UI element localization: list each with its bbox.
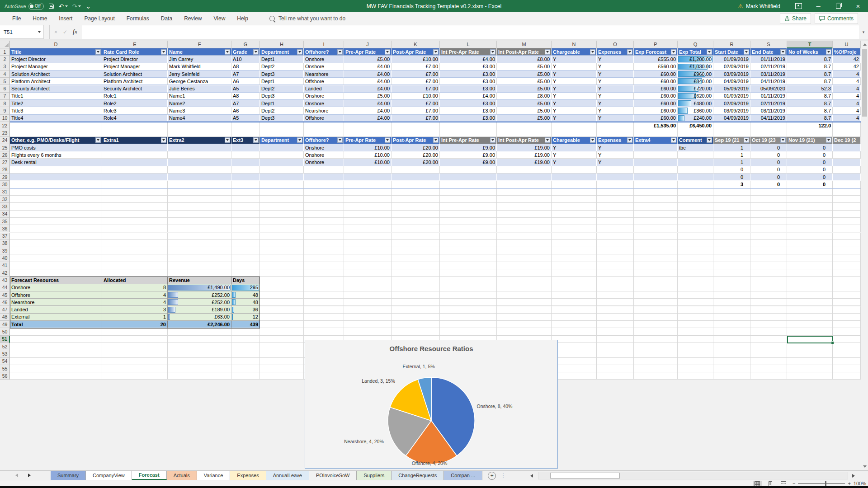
cell-N9[interactable]: Y <box>552 107 597 114</box>
cell-I27[interactable]: Onshore <box>304 159 344 166</box>
cell-Q9[interactable]: £360.00 <box>678 107 713 114</box>
cell-U31[interactable] <box>833 188 861 196</box>
cell-I3[interactable]: Onshore <box>304 63 344 70</box>
cell-S23[interactable] <box>750 129 787 136</box>
cell-N27[interactable]: Y <box>552 159 597 166</box>
column-header-D[interactable]: D <box>10 41 102 48</box>
cell-M33[interactable] <box>497 203 552 210</box>
cell-G44[interactable]: 295 <box>231 284 260 291</box>
cell-Q55[interactable] <box>678 365 713 372</box>
cell-J32[interactable] <box>344 196 392 203</box>
cell-E35[interactable] <box>102 218 168 225</box>
cell-K23[interactable] <box>392 129 440 136</box>
cell-O43[interactable] <box>597 277 634 284</box>
cell-Q56[interactable] <box>678 372 713 380</box>
cell-L30[interactable] <box>440 181 497 188</box>
cell-L8[interactable]: £3.00 <box>440 100 497 107</box>
cell-P6[interactable]: £60.00 <box>634 85 678 93</box>
cell-F53[interactable] <box>168 350 231 357</box>
filter-button[interactable] <box>253 49 259 55</box>
cell-M37[interactable] <box>497 233 552 240</box>
cell-R8[interactable]: 02/09/2019 <box>713 100 750 107</box>
cell-T8[interactable]: 8.7 <box>787 100 833 107</box>
cell-R27[interactable]: 1 <box>713 159 750 166</box>
cell-U43[interactable] <box>833 277 861 284</box>
cell-E28[interactable] <box>102 166 168 174</box>
cell-T39[interactable] <box>787 247 833 254</box>
cell-F42[interactable] <box>168 269 231 277</box>
cell-E4[interactable]: Solution Architect <box>102 70 168 78</box>
cell-R31[interactable] <box>713 188 750 196</box>
cell-H40[interactable] <box>260 254 304 262</box>
cell-T35[interactable] <box>787 218 833 225</box>
cell-S1[interactable]: End Date <box>750 48 787 56</box>
cell-S41[interactable] <box>750 262 787 269</box>
sheet-tab-expenses[interactable]: Expenses <box>230 471 266 480</box>
cell-Q3[interactable]: £1,030.00 <box>678 63 713 70</box>
cell-F27[interactable] <box>168 159 231 166</box>
filter-button[interactable] <box>826 49 831 55</box>
cell-K44[interactable] <box>392 284 440 291</box>
cell-S25[interactable]: 0 <box>750 144 787 151</box>
cell-M39[interactable] <box>497 247 552 254</box>
cell-H28[interactable] <box>260 166 304 174</box>
cell-S34[interactable] <box>750 211 787 218</box>
cell-L7[interactable]: £4.00 <box>440 93 497 100</box>
cell-T37[interactable] <box>787 233 833 240</box>
cell-O47[interactable] <box>597 306 634 314</box>
cell-F44[interactable]: £1,490.00 <box>168 284 231 291</box>
row-header-31[interactable]: 31 <box>0 188 10 196</box>
cell-K36[interactable] <box>392 225 440 232</box>
cell-D54[interactable] <box>10 358 102 365</box>
cell-U34[interactable] <box>833 211 861 218</box>
cell-I8[interactable]: Onshore <box>304 100 344 107</box>
cell-U45[interactable] <box>833 291 861 299</box>
cell-T46[interactable] <box>787 299 833 306</box>
cell-N46[interactable] <box>552 299 597 306</box>
cell-U42[interactable] <box>833 269 861 277</box>
cell-M43[interactable] <box>497 277 552 284</box>
cell-N51[interactable] <box>552 336 597 343</box>
cell-O53[interactable] <box>597 350 634 357</box>
cell-L35[interactable] <box>440 218 497 225</box>
column-header-P[interactable]: P <box>634 41 678 48</box>
sheet-tab-annualleave[interactable]: AnnualLeave <box>266 471 309 480</box>
cell-Q2[interactable]: £1,200.00 <box>678 56 713 63</box>
cell-J33[interactable] <box>344 203 392 210</box>
cell-U39[interactable] <box>833 247 861 254</box>
cell-J27[interactable]: £10.00 <box>344 159 392 166</box>
cell-Q4[interactable]: £960.00 <box>678 70 713 78</box>
cell-I44[interactable] <box>304 284 344 291</box>
cell-N48[interactable] <box>552 314 597 321</box>
cell-D33[interactable] <box>10 203 102 210</box>
cell-O4[interactable]: Y <box>597 70 634 78</box>
cell-R7[interactable]: 01/09/2019 <box>713 93 750 100</box>
cell-E8[interactable]: Role2 <box>102 100 168 107</box>
cell-E25[interactable] <box>102 144 168 151</box>
cell-G35[interactable] <box>231 218 260 225</box>
cell-N4[interactable]: Y <box>552 70 597 78</box>
cell-Q34[interactable] <box>678 211 713 218</box>
cell-G8[interactable]: A7 <box>231 100 260 107</box>
cell-P24[interactable]: Extra4 <box>634 137 678 144</box>
cell-R54[interactable] <box>713 358 750 365</box>
cell-D44[interactable]: Onshore <box>10 284 102 291</box>
cell-E22[interactable] <box>102 122 168 129</box>
cell-S8[interactable]: 02/11/2019 <box>750 100 787 107</box>
cell-U51[interactable] <box>833 336 861 343</box>
row-header-8[interactable]: 8 <box>0 100 10 107</box>
cell-K48[interactable] <box>392 314 440 321</box>
sheet-tab-suppliers[interactable]: Suppliers <box>357 471 392 480</box>
cell-R52[interactable] <box>713 343 750 350</box>
cell-F49[interactable]: £2,246.00 <box>168 321 231 328</box>
cell-P30[interactable] <box>634 181 678 188</box>
cell-R56[interactable] <box>713 372 750 380</box>
cell-F9[interactable]: Name3 <box>168 107 231 114</box>
cell-H56[interactable] <box>260 372 304 380</box>
cell-H32[interactable] <box>260 196 304 203</box>
cell-F22[interactable] <box>168 122 231 129</box>
cell-E40[interactable] <box>102 254 168 262</box>
row-header-45[interactable]: 45 <box>0 291 10 299</box>
cell-R24[interactable]: Sep 19 (21 <box>713 137 750 144</box>
cell-J38[interactable] <box>344 240 392 247</box>
